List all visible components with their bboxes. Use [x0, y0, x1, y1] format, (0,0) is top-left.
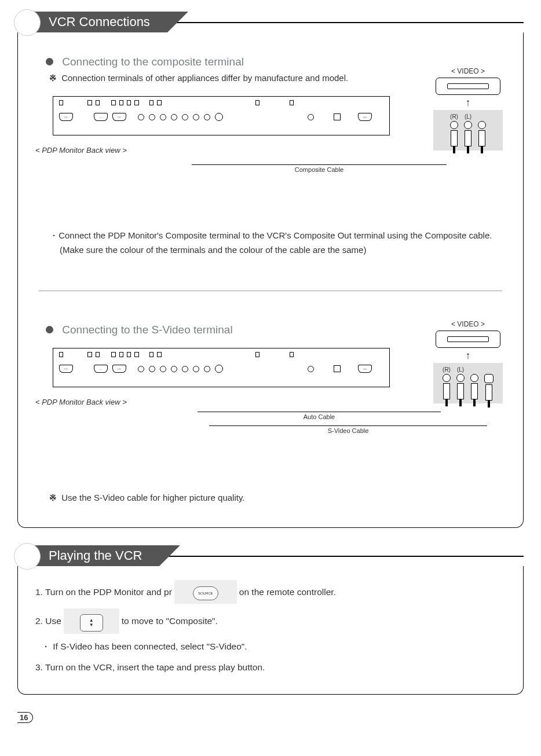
section-title-bar-2: Playing the VCR	[17, 545, 524, 566]
step-1b: on the remote controller.	[239, 584, 336, 600]
arrow-up-icon: ↑	[430, 97, 506, 108]
section-title: VCR Connections	[25, 12, 167, 32]
step-1: 1. Turn on the PDP Monitor and pr SOURCE…	[35, 580, 506, 604]
vcr-body-icon	[436, 78, 500, 95]
svideo-cable-label: S-Video Cable	[209, 425, 487, 434]
vcr-body-icon	[436, 331, 500, 348]
play-steps: 1. Turn on the PDP Monitor and pr SOURCE…	[35, 580, 506, 676]
svideo-note: ※ Use the S-Video cable for higher pictu…	[49, 493, 506, 503]
svideo-note-text: Use the S-Video cable for higher picture…	[61, 493, 244, 502]
composite-diagram: ∷∷ —∷∷ ⦾⦾ < PDP Monitor Back view >	[35, 90, 506, 223]
step-2a: 2. Use	[35, 613, 61, 629]
jack-panel-2: (R) (L)	[433, 363, 503, 403]
vcr-label: < VIDEO >	[430, 67, 506, 75]
vcr-label-2: < VIDEO >	[430, 320, 506, 328]
jack-l-label: (L)	[465, 113, 471, 120]
pdp-back-label-2: < PDP Monitor Back view >	[35, 398, 127, 406]
composite-heading: Connecting to the composite terminal	[46, 56, 506, 68]
title-circle-icon	[14, 9, 41, 36]
section-title-2: Playing the VCR	[25, 545, 159, 566]
vcr-unit: < VIDEO > ↑ (R) (L)	[430, 67, 506, 151]
vcr-connections-content: Connecting to the composite terminal ※ C…	[17, 32, 524, 528]
pdp-back-label: < PDP Monitor Back view >	[35, 146, 127, 155]
asterisk-icon: ※	[49, 73, 57, 83]
page-number-area: 16	[17, 712, 524, 724]
divider	[39, 291, 502, 291]
source-button-wrap: SOURCE	[174, 580, 237, 604]
composite-cable-label: Composite Cable	[192, 164, 447, 173]
step-2b: to move to "Composite".	[122, 613, 218, 629]
bullet-icon	[46, 326, 53, 333]
jack-l-label-2: (L)	[457, 366, 464, 373]
svideo-diagram: ∷∷ —∷∷ ⦾⦾ < PDP Monitor Back view >	[35, 342, 506, 487]
section-title-bar: VCR Connections	[17, 12, 524, 32]
source-button-icon: SOURCE	[193, 586, 218, 600]
playing-vcr-section: Playing the VCR 1. Turn on the PDP Monit…	[17, 545, 524, 695]
bullet-icon	[46, 58, 53, 65]
asterisk-icon: ※	[49, 493, 57, 502]
step-sv-note: If S-Video has been connected, select "S…	[45, 638, 506, 655]
composite-instr-1: Connect the PDP Monitor's Composite term…	[53, 229, 506, 241]
auto-cable-label: Auto Cable	[198, 412, 441, 420]
jack-r-label: (R)	[450, 113, 458, 120]
title-circle-icon	[14, 543, 41, 570]
page-number: 16	[17, 712, 33, 723]
dpad-wrap: ▲▼	[64, 608, 119, 634]
pdp-back-panel: ∷∷ —∷∷ ⦾⦾	[53, 348, 390, 387]
dpad-icon: ▲▼	[80, 614, 103, 632]
step-1a: 1. Turn on the PDP Monitor and pr	[35, 584, 172, 600]
composite-heading-text: Connecting to the composite terminal	[62, 56, 244, 68]
jack-panel: (R) (L)	[433, 110, 503, 151]
composite-instr-2: (Make sure the colour of the terminals a…	[60, 244, 506, 256]
vcr-connections-section: VCR Connections Connecting to the compos…	[17, 12, 524, 528]
playing-vcr-content: 1. Turn on the PDP Monitor and pr SOURCE…	[17, 566, 524, 695]
svideo-heading-text: Connecting to the S-Video terminal	[62, 324, 232, 336]
step-2: 2. Use ▲▼ to move to "Composite".	[35, 608, 506, 634]
jack-r-label-2: (R)	[443, 366, 451, 373]
step-3: 3. Turn on the VCR, insert the tape and …	[35, 659, 506, 676]
vcr-unit-2: < VIDEO > ↑ (R) (L)	[430, 320, 506, 403]
pdp-back-panel: ∷∷ —∷∷ ⦾⦾	[53, 96, 390, 135]
arrow-up-icon: ↑	[430, 350, 506, 361]
composite-note-text: Connection terminals of other appliances…	[61, 73, 348, 83]
